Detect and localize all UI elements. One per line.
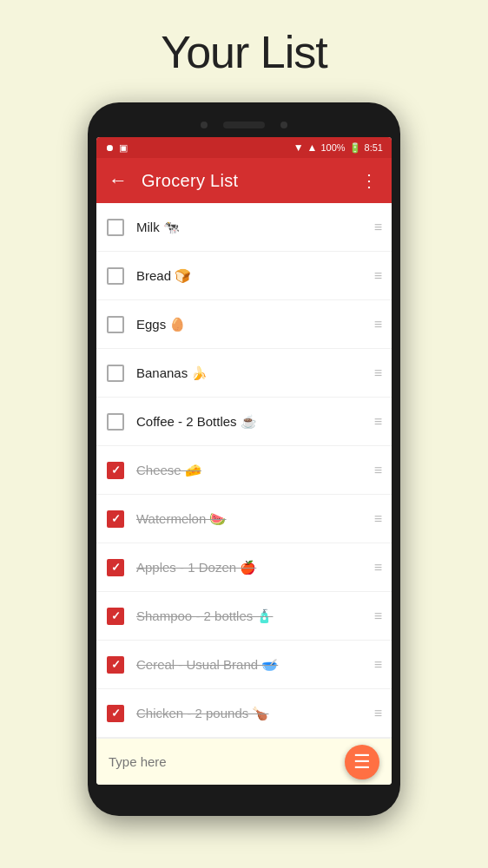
phone-bottom — [96, 785, 392, 799]
checkbox[interactable] — [107, 559, 124, 576]
list-item[interactable]: Eggs 🥚≡ — [96, 300, 392, 349]
status-left-icons: ⏺ ▣ — [105, 142, 128, 154]
camera-dot — [201, 122, 208, 128]
item-label: Bananas 🍌 — [136, 365, 374, 381]
list-item[interactable]: Cheese 🧀≡ — [96, 446, 392, 495]
record-icon: ⏺ — [105, 142, 115, 153]
item-label: Milk 🐄 — [136, 220, 374, 235]
app-bar: ← Grocery List ⋮ — [96, 158, 392, 203]
time: 8:51 — [365, 142, 383, 153]
input-bar: ☰ — [96, 738, 392, 785]
drag-handle-icon[interactable]: ≡ — [374, 706, 381, 721]
checkbox[interactable] — [107, 219, 124, 236]
checkbox[interactable] — [107, 462, 124, 479]
item-label: Cheese 🧀 — [136, 463, 374, 478]
checkbox[interactable] — [107, 316, 124, 333]
grocery-list: Milk 🐄≡Bread 🍞≡Eggs 🥚≡Bananas 🍌≡Coffee -… — [96, 203, 392, 738]
item-label: Bread 🍞 — [136, 268, 374, 284]
phone-top-bar — [96, 116, 392, 137]
app-bar-title: Grocery List — [142, 171, 360, 191]
page-title: Your List — [161, 26, 326, 78]
drag-handle-icon[interactable]: ≡ — [374, 657, 381, 673]
drag-handle-icon[interactable]: ≡ — [374, 365, 381, 381]
item-label: Eggs 🥚 — [136, 317, 374, 332]
item-label: Watermelon 🍉 — [136, 511, 374, 527]
drag-handle-icon[interactable]: ≡ — [374, 608, 381, 624]
item-label: Coffee - 2 Bottles ☕ — [136, 414, 374, 430]
list-item[interactable]: Shampoo - 2 bottles 🧴≡ — [96, 592, 392, 641]
drag-handle-icon[interactable]: ≡ — [374, 220, 381, 235]
menu-button[interactable]: ⋮ — [360, 170, 379, 191]
list-item[interactable]: Watermelon 🍉≡ — [96, 495, 392, 543]
battery-percent: 100% — [320, 142, 345, 153]
signal-icon: ▲ — [307, 141, 318, 154]
list-item[interactable]: Bread 🍞≡ — [96, 252, 392, 300]
add-item-button[interactable]: ☰ — [345, 745, 379, 779]
drag-handle-icon[interactable]: ≡ — [374, 560, 381, 575]
checkbox[interactable] — [107, 656, 124, 674]
item-label: Cereal - Usual Brand 🥣 — [136, 657, 374, 673]
item-label: Shampoo - 2 bottles 🧴 — [136, 608, 374, 624]
checkbox[interactable] — [107, 365, 124, 382]
checkbox[interactable] — [107, 705, 124, 722]
drag-handle-icon[interactable]: ≡ — [374, 463, 381, 478]
checkbox[interactable] — [107, 413, 124, 431]
drag-handle-icon[interactable]: ≡ — [374, 317, 381, 332]
drag-handle-icon[interactable]: ≡ — [374, 268, 381, 284]
list-icon: ☰ — [353, 751, 371, 773]
status-bar: ⏺ ▣ ▼ ▲ 100% 🔋 8:51 — [96, 137, 392, 158]
wifi-icon: ▼ — [293, 141, 304, 154]
back-button[interactable]: ← — [109, 169, 128, 192]
checkbox[interactable] — [107, 510, 124, 528]
phone-frame: ⏺ ▣ ▼ ▲ 100% 🔋 8:51 ← Grocery List ⋮ Mil… — [88, 102, 400, 816]
item-label: Apples - 1 Dozen 🍎 — [136, 560, 374, 575]
checkbox[interactable] — [107, 608, 124, 625]
list-item[interactable]: Coffee - 2 Bottles ☕≡ — [96, 398, 392, 446]
sensor-dot — [280, 122, 287, 128]
item-label: Chicken - 2 pounds 🍗 — [136, 706, 374, 721]
list-item[interactable]: Apples - 1 Dozen 🍎≡ — [96, 543, 392, 592]
speaker — [223, 122, 265, 128]
drag-handle-icon[interactable]: ≡ — [374, 511, 381, 527]
drag-handle-icon[interactable]: ≡ — [374, 414, 381, 430]
list-item[interactable]: Chicken - 2 pounds 🍗≡ — [96, 689, 392, 738]
list-item[interactable]: Milk 🐄≡ — [96, 203, 392, 252]
sim-icon: ▣ — [119, 142, 128, 154]
status-right-icons: ▼ ▲ 100% 🔋 8:51 — [293, 141, 383, 154]
list-item[interactable]: Bananas 🍌≡ — [96, 349, 392, 398]
battery-icon: 🔋 — [349, 142, 361, 154]
type-here-input[interactable] — [109, 754, 345, 769]
checkbox[interactable] — [107, 267, 124, 285]
list-item[interactable]: Cereal - Usual Brand 🥣≡ — [96, 641, 392, 689]
phone-screen: ⏺ ▣ ▼ ▲ 100% 🔋 8:51 ← Grocery List ⋮ Mil… — [96, 137, 392, 785]
